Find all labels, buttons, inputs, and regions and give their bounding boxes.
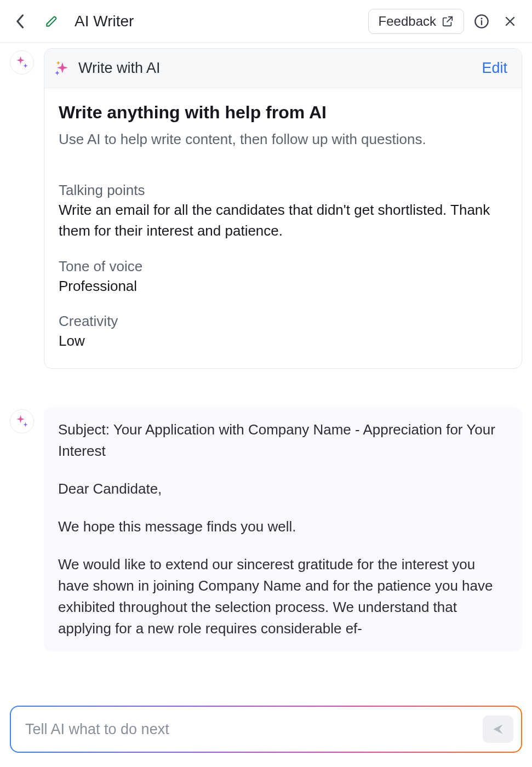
prompt-card-header: Write with AI Edit: [44, 49, 522, 88]
external-link-icon: [442, 15, 454, 27]
creativity-value: Low: [59, 331, 507, 352]
talking-points-value: Write an email for all the candidates th…: [59, 200, 507, 241]
prompt-card: Write with AI Edit Write anything with h…: [44, 48, 522, 369]
tone-label: Tone of voice: [59, 258, 507, 275]
close-icon: [504, 15, 517, 28]
pencil-icon: [44, 14, 59, 28]
back-button[interactable]: [9, 10, 31, 32]
sparkle-icon: [53, 60, 70, 77]
send-button[interactable]: [483, 716, 513, 743]
top-bar: AI Writer Feedback: [0, 0, 532, 43]
edit-title-button[interactable]: [41, 10, 62, 32]
prompt-card-title: Write with AI: [78, 60, 161, 77]
prompt-subheading: Use AI to help write content, then follo…: [59, 129, 507, 149]
ai-avatar: [10, 50, 34, 75]
page-title: AI Writer: [75, 13, 134, 30]
prompt-card-body: Write anything with help from AI Use AI …: [44, 88, 522, 368]
info-icon: [474, 14, 489, 29]
input-container: [11, 707, 521, 752]
ai-avatar: [10, 409, 34, 433]
output-line1: We hope this message finds you well.: [58, 516, 508, 537]
footer: [0, 696, 532, 767]
talking-points-label: Talking points: [59, 182, 507, 199]
topbar-right: Feedback: [368, 9, 521, 34]
topbar-left: AI Writer: [9, 10, 134, 32]
tone-value: Professional: [59, 276, 507, 297]
creativity-label: Creativity: [59, 313, 507, 330]
close-button[interactable]: [499, 10, 521, 32]
ai-output-card: Subject: Your Application with Company N…: [44, 407, 522, 651]
send-icon: [491, 722, 505, 736]
prompt-row: Write with AI Edit Write anything with h…: [10, 48, 522, 369]
prompt-heading: Write anything with help from AI: [59, 102, 507, 123]
content-area: Write with AI Edit Write anything with h…: [0, 43, 532, 701]
info-button[interactable]: [471, 10, 493, 32]
prompt-input[interactable]: [25, 721, 483, 738]
feedback-label: Feedback: [379, 14, 436, 29]
input-gradient-border: [10, 706, 522, 753]
output-subject: Subject: Your Application with Company N…: [58, 419, 508, 462]
svg-point-1: [480, 18, 482, 19]
output-salutation: Dear Candidate,: [58, 478, 508, 500]
sparkle-icon: [15, 414, 29, 428]
sparkle-icon: [15, 55, 29, 70]
output-line2: We would like to extend our sincerest gr…: [58, 554, 508, 639]
chevron-left-icon: [15, 14, 25, 29]
ai-output-row: Subject: Your Application with Company N…: [10, 407, 522, 651]
edit-link[interactable]: Edit: [482, 60, 507, 77]
feedback-button[interactable]: Feedback: [368, 9, 464, 34]
